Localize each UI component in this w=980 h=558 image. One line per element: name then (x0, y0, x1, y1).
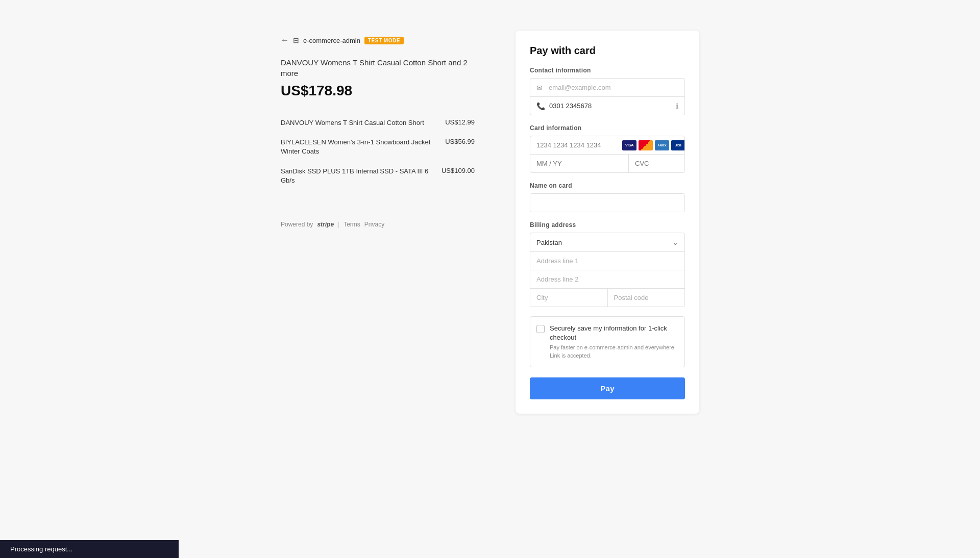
city-input[interactable] (530, 289, 607, 307)
stripe-logo: stripe (317, 221, 334, 228)
item-price: US$12.99 (445, 118, 475, 126)
address-line1-input[interactable] (530, 252, 684, 270)
status-text: Processing request... (10, 545, 72, 553)
item-price: US$56.99 (445, 138, 475, 145)
name-label: Name on card (530, 182, 685, 189)
site-icon: ⊟ (293, 36, 299, 44)
save-sublabel: Pay faster on e-commerce-admin and every… (550, 344, 678, 360)
city-wrap (530, 289, 608, 307)
billing-section: Billing address Pakistan ⌄ (530, 221, 685, 307)
cvc-wrap: ⊙ (629, 155, 685, 172)
email-row: ✉ (530, 79, 684, 97)
phone-icon: 📞 (536, 102, 545, 110)
billing-label: Billing address (530, 221, 685, 229)
product-title: DANVOUY Womens T Shirt Casual Cotton Sho… (281, 57, 475, 79)
postal-wrap (608, 289, 685, 307)
email-input[interactable] (549, 79, 678, 96)
card-brand-icons: VISA AMEX JCB (622, 140, 685, 150)
name-input-wrap (530, 193, 685, 212)
item-name: SanDisk SSD PLUS 1TB Internal SSD - SATA… (281, 167, 442, 185)
cvc-input[interactable] (635, 155, 685, 172)
name-section: Name on card (530, 182, 685, 212)
total-price: US$178.98 (281, 83, 475, 99)
card-number-row: VISA AMEX JCB (530, 136, 684, 155)
country-selector[interactable]: Pakistan ⌄ (530, 233, 684, 252)
expiry-input[interactable] (536, 155, 622, 172)
terms-link[interactable]: Terms (344, 221, 360, 228)
billing-fields: Pakistan ⌄ (530, 233, 685, 307)
status-bar: Processing request... (0, 540, 179, 558)
item-name: DANVOUY Womens T Shirt Casual Cotton Sho… (281, 118, 445, 128)
table-row: SanDisk SSD PLUS 1TB Internal SSD - SATA… (281, 162, 475, 190)
card-label: Card information (530, 124, 685, 132)
address-line2-input[interactable] (530, 270, 684, 288)
payment-panel: Pay with card Contact information ✉ 📞 ℹ … (516, 31, 699, 414)
contact-label: Contact information (530, 67, 685, 74)
card-section: Card information VISA AMEX JCB (530, 124, 685, 173)
contact-section: Contact information ✉ 📞 ℹ (530, 67, 685, 115)
card-number-input[interactable] (536, 136, 622, 154)
phone-row: 📞 ℹ (530, 97, 684, 115)
footer-divider: | (338, 221, 339, 228)
city-postal-row (530, 289, 684, 307)
chevron-down-icon: ⌄ (672, 238, 678, 246)
item-name: BIYLACLESEN Women's 3-in-1 Snowboard Jac… (281, 138, 445, 156)
left-panel: ← ⊟ e-commerce-admin TEST MODE DANVOUY W… (281, 31, 475, 228)
save-text-wrap: Securely save my information for 1-click… (550, 324, 678, 360)
amex-icon: AMEX (655, 140, 669, 150)
phone-input[interactable] (549, 97, 676, 115)
name-input[interactable] (530, 194, 684, 212)
visa-icon: VISA (622, 140, 636, 150)
jcb-icon: JCB (671, 140, 685, 150)
email-icon: ✉ (536, 84, 545, 92)
save-section: Securely save my information for 1-click… (530, 316, 685, 367)
expiry-cvc-row: ⊙ (530, 155, 684, 172)
save-label: Securely save my information for 1-click… (550, 324, 678, 342)
address-line2-row (530, 270, 684, 289)
site-name: e-commerce-admin (303, 37, 360, 44)
postal-input[interactable] (608, 289, 685, 307)
table-row: BIYLACLESEN Women's 3-in-1 Snowboard Jac… (281, 133, 475, 161)
back-button[interactable]: ← (281, 36, 289, 45)
pay-button[interactable]: Pay (530, 377, 685, 399)
privacy-link[interactable]: Privacy (364, 221, 384, 228)
mastercard-icon (639, 140, 653, 150)
info-icon[interactable]: ℹ (676, 102, 678, 110)
test-mode-badge: TEST MODE (364, 37, 404, 44)
breadcrumb: ← ⊟ e-commerce-admin TEST MODE (281, 36, 475, 45)
save-checkbox[interactable] (536, 325, 545, 333)
expiry-wrap (530, 155, 629, 172)
table-row: DANVOUY Womens T Shirt Casual Cotton Sho… (281, 113, 475, 133)
contact-field-wrap: ✉ 📞 ℹ (530, 78, 685, 115)
address-line1-row (530, 252, 684, 270)
pay-with-card-title: Pay with card (530, 45, 685, 57)
country-name: Pakistan (536, 239, 672, 246)
item-price: US$109.00 (442, 167, 475, 174)
card-field-wrap: VISA AMEX JCB ⊙ (530, 136, 685, 173)
footer: Powered by stripe | Terms Privacy (281, 221, 475, 228)
powered-by-text: Powered by (281, 221, 313, 228)
order-items: DANVOUY Womens T Shirt Casual Cotton Sho… (281, 113, 475, 190)
